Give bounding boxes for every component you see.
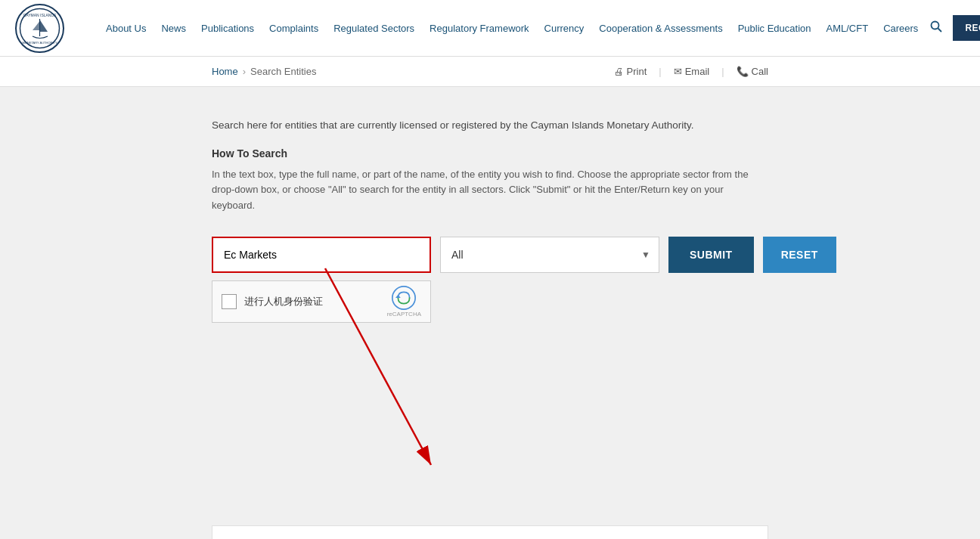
email-action[interactable]: ✉ Email <box>674 66 710 77</box>
nav-aml-cft[interactable]: AML/CFT <box>819 17 876 40</box>
intro-text: Search here for entities that are curren… <box>212 117 768 134</box>
nav-careers[interactable]: Careers <box>876 17 926 40</box>
breadcrumb-actions: 🖨 Print | ✉ Email | 📞 Call <box>614 66 768 77</box>
phone-icon: 📞 <box>737 66 749 77</box>
recaptcha-logo-area: reCAPTCHA <box>387 286 421 318</box>
breadcrumb-separator: › <box>243 66 246 77</box>
email-label: Email <box>685 66 710 77</box>
result-container: ℹ Name of entity not found. <box>212 525 768 539</box>
search-icon <box>930 20 942 33</box>
entity-search-input[interactable] <box>212 237 431 273</box>
breadcrumb-current: Search Entities <box>250 66 316 77</box>
captcha-widget: 进行人机身份验证 reCAPTCHA <box>212 280 431 323</box>
call-action[interactable]: 📞 Call <box>737 66 768 77</box>
nav-public-education[interactable]: Public Education <box>730 17 819 40</box>
search-input-wrapper <box>212 237 431 273</box>
sector-dropdown[interactable]: All Banking Insurance Securities Investm… <box>440 237 659 273</box>
regulated-entities-button[interactable]: REGULATED ENTITIES <box>953 15 980 41</box>
print-icon: 🖨 <box>614 66 624 77</box>
breadcrumb: Home › Search Entities <box>212 66 316 77</box>
reset-button[interactable]: RESET <box>763 237 836 273</box>
logo: CAYMAN ISLANDS MONETARY AUTHORITY <box>15 4 64 53</box>
nav-cooperation[interactable]: Cooperation & Assessments <box>591 17 730 40</box>
sector-dropdown-wrapper: All Banking Insurance Securities Investm… <box>440 237 659 273</box>
captcha-checkbox[interactable] <box>222 294 237 309</box>
how-to-title: How To Search <box>212 147 768 160</box>
svg-marker-9 <box>395 295 401 298</box>
nav-about-us[interactable]: About Us <box>98 17 154 40</box>
print-action[interactable]: 🖨 Print <box>614 66 647 77</box>
page-wrapper: CAYMAN ISLANDS MONETARY AUTHORITY About … <box>0 0 980 539</box>
nav-regulatory-framework[interactable]: Regulatory Framework <box>422 17 537 40</box>
main-nav: About Us News Publications Complaints Re… <box>98 17 926 40</box>
recaptcha-icon <box>392 286 416 310</box>
search-row-1: All Banking Insurance Securities Investm… <box>212 237 768 273</box>
svg-text:CAYMAN ISLANDS: CAYMAN ISLANDS <box>23 13 57 17</box>
svg-line-7 <box>938 29 942 33</box>
breadcrumb-home[interactable]: Home <box>212 66 238 77</box>
nav-complaints[interactable]: Complaints <box>262 17 326 40</box>
search-icon-button[interactable] <box>926 16 947 40</box>
print-label: Print <box>627 66 647 77</box>
breadcrumb-bar: Home › Search Entities 🖨 Print | ✉ Email… <box>0 57 980 87</box>
captcha-label: 进行人机身份验证 <box>244 295 380 308</box>
nav-currency[interactable]: Currency <box>537 17 592 40</box>
svg-point-6 <box>932 22 939 29</box>
main-content: Search here for entities that are curren… <box>0 87 980 525</box>
search-form: All Banking Insurance Securities Investm… <box>212 237 768 323</box>
submit-button[interactable]: SUBMIT <box>668 237 754 273</box>
recaptcha-label: reCAPTCHA <box>387 311 421 318</box>
how-to-description: In the text box, type the full name, or … <box>212 167 768 214</box>
search-row-2: 进行人机身份验证 reCAPTCHA <box>212 280 768 323</box>
email-icon: ✉ <box>674 66 682 77</box>
header: CAYMAN ISLANDS MONETARY AUTHORITY About … <box>0 0 980 57</box>
call-label: Call <box>752 66 768 77</box>
nav-news[interactable]: News <box>154 17 194 40</box>
nav-regulated-sectors[interactable]: Regulated Sectors <box>326 17 422 40</box>
svg-text:MONETARY AUTHORITY: MONETARY AUTHORITY <box>22 41 57 45</box>
logo-area: CAYMAN ISLANDS MONETARY AUTHORITY <box>15 4 76 53</box>
nav-publications[interactable]: Publications <box>194 17 262 40</box>
